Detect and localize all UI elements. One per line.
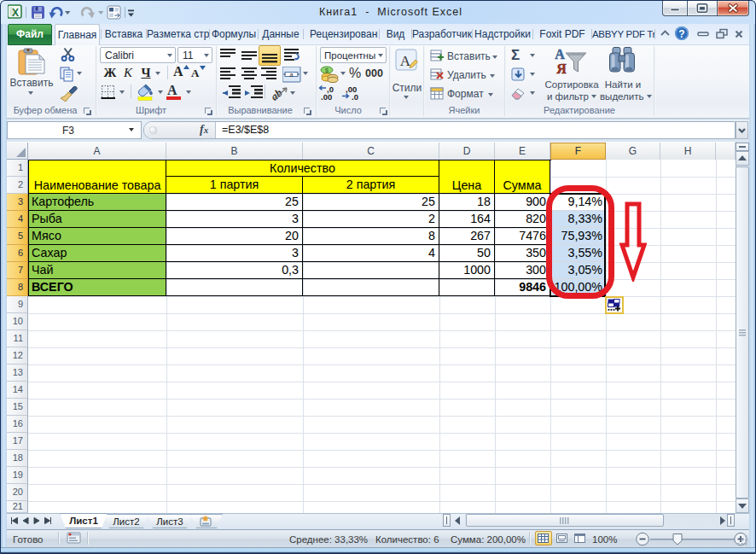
svg-text:X: X xyxy=(12,7,19,19)
svg-text:?: ? xyxy=(678,28,684,40)
svg-text:,0: ,0 xyxy=(352,92,358,101)
svg-text:,00: ,00 xyxy=(321,92,332,101)
svg-text:А: А xyxy=(555,47,565,61)
svg-text:$: $ xyxy=(325,67,329,73)
svg-text:A: A xyxy=(400,53,411,69)
svg-text:a: a xyxy=(290,72,294,78)
svg-text:Я: Я xyxy=(556,61,567,76)
